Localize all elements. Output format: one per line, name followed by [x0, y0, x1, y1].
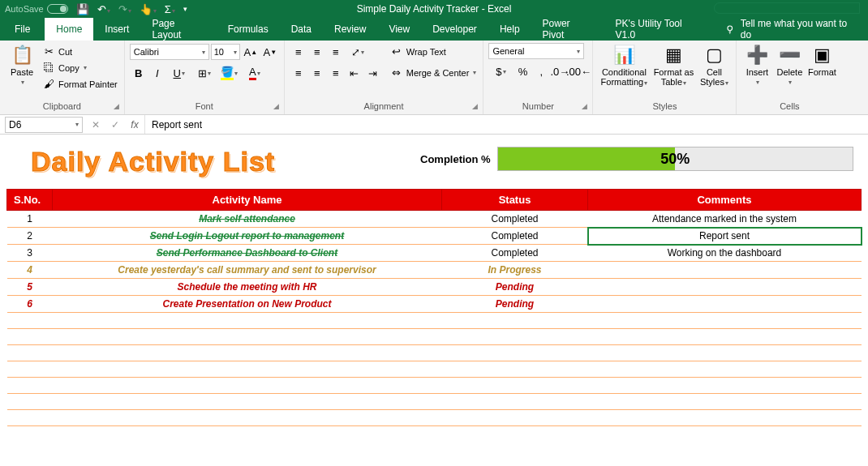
- font-size-dropdown[interactable]: 10▾: [211, 44, 240, 60]
- table-row[interactable]: 6Create Presentation on New ProductPendi…: [7, 296, 862, 313]
- align-center-icon[interactable]: ≡: [308, 64, 326, 82]
- undo-icon[interactable]: ↶▾: [97, 3, 110, 15]
- cell-n[interactable]: 1: [7, 211, 53, 228]
- table-row-blank[interactable]: [7, 410, 862, 426]
- tab-formulas[interactable]: Formulas: [217, 18, 280, 41]
- cell-blank[interactable]: [588, 378, 862, 394]
- tab-developer[interactable]: Developer: [421, 18, 488, 41]
- cell-n[interactable]: 3: [7, 245, 53, 262]
- tab-review[interactable]: Review: [323, 18, 377, 41]
- accounting-format-icon[interactable]: $▾: [488, 62, 513, 80]
- align-middle-icon[interactable]: ≡: [308, 43, 326, 61]
- cell-blank[interactable]: [53, 329, 442, 345]
- save-icon[interactable]: 💾: [76, 3, 89, 15]
- format-cells-button[interactable]: ▣Format: [806, 43, 837, 77]
- decrease-font-icon[interactable]: A▼: [261, 43, 279, 61]
- underline-button[interactable]: U▾: [167, 64, 191, 82]
- cell-activity[interactable]: Schedule the meeting with HR: [53, 279, 442, 296]
- cell-blank[interactable]: [442, 410, 588, 426]
- touch-mode-icon[interactable]: 👆▾: [140, 3, 157, 15]
- borders-button[interactable]: ⊞▾: [192, 64, 217, 82]
- align-top-icon[interactable]: ≡: [290, 43, 307, 61]
- bold-button[interactable]: B: [130, 64, 148, 82]
- cell-activity[interactable]: Mark self attendance: [53, 211, 442, 228]
- cell-blank[interactable]: [588, 361, 862, 378]
- cell-blank[interactable]: [588, 394, 862, 410]
- cell-blank[interactable]: [7, 378, 53, 394]
- align-bottom-icon[interactable]: ≡: [327, 43, 345, 61]
- qat-customize-icon[interactable]: ▾: [183, 5, 187, 13]
- header-sno[interactable]: S.No.: [7, 190, 53, 211]
- cell-blank[interactable]: [442, 394, 588, 410]
- italic-button[interactable]: I: [148, 64, 166, 82]
- comma-format-icon[interactable]: ,: [532, 62, 550, 80]
- cell-blank[interactable]: [7, 361, 53, 378]
- table-row[interactable]: 1Mark self attendanceCompletedAttendance…: [7, 211, 862, 228]
- toggle-off-icon[interactable]: [47, 4, 68, 14]
- cell-comments[interactable]: Working on the dashboard: [588, 245, 862, 262]
- cell-activity[interactable]: Create Presentation on New Product: [53, 296, 442, 313]
- cell-status[interactable]: Pending: [442, 296, 588, 313]
- autosave-toggle[interactable]: AutoSave: [5, 4, 68, 14]
- cut-button[interactable]: ✂Cut: [41, 45, 119, 58]
- cell-blank[interactable]: [588, 329, 862, 345]
- table-row[interactable]: 5Schedule the meeting with HRPending: [7, 279, 862, 296]
- tab-insert[interactable]: Insert: [93, 18, 140, 41]
- increase-font-icon[interactable]: A▲: [242, 43, 260, 61]
- wrap-text-button[interactable]: ↩Wrap Text: [389, 45, 479, 58]
- cell-comments[interactable]: [588, 279, 862, 296]
- align-left-icon[interactable]: ≡: [290, 64, 307, 82]
- table-row-blank[interactable]: [7, 313, 862, 329]
- autosum-icon[interactable]: Σ▾: [165, 3, 175, 15]
- cell-blank[interactable]: [53, 394, 442, 410]
- tab-home[interactable]: Home: [45, 18, 93, 41]
- tab-help[interactable]: Help: [488, 18, 531, 41]
- table-row-blank[interactable]: [7, 394, 862, 410]
- conditional-formatting-button[interactable]: 📊Conditional Formatting▾: [598, 43, 650, 88]
- increase-indent-icon[interactable]: ⇥: [364, 64, 382, 82]
- enter-icon[interactable]: ✓: [105, 119, 125, 130]
- percent-format-icon[interactable]: %: [513, 62, 531, 80]
- tab-file[interactable]: File: [0, 18, 45, 41]
- cell-activity[interactable]: Send Login Logout report to management: [53, 228, 442, 245]
- header-status[interactable]: Status: [442, 190, 588, 211]
- tell-me-search[interactable]: Tell me what you want to do: [713, 18, 868, 41]
- cell-n[interactable]: 6: [7, 296, 53, 313]
- dialog-launcher-icon[interactable]: ◢: [273, 102, 279, 110]
- header-comments[interactable]: Comments: [588, 190, 862, 211]
- dialog-launcher-icon[interactable]: ◢: [472, 102, 478, 110]
- table-row-blank[interactable]: [7, 329, 862, 345]
- cell-blank[interactable]: [53, 313, 442, 329]
- table-row[interactable]: 4Create yesterday's call summary and sen…: [7, 262, 862, 279]
- orientation-icon[interactable]: ⤢▾: [346, 43, 370, 61]
- cell-comments[interactable]: Report sent: [588, 228, 862, 245]
- formula-input[interactable]: Report sent: [144, 115, 868, 134]
- font-name-dropdown[interactable]: Calibri▾: [130, 44, 209, 60]
- table-row[interactable]: 3Send Performance Dashboard to ClientCom…: [7, 245, 862, 262]
- format-painter-button[interactable]: 🖌Format Painter: [41, 77, 119, 91]
- cell-blank[interactable]: [7, 313, 53, 329]
- copy-button[interactable]: ⿻Copy▾: [41, 61, 119, 75]
- cell-activity[interactable]: Create yesterday's call summary and sent…: [53, 262, 442, 279]
- merge-center-button[interactable]: ⇔Merge & Center▾: [389, 66, 479, 79]
- worksheet[interactable]: Daily Activity List Completion % 50% S.N…: [0, 135, 868, 426]
- cell-status[interactable]: Pending: [442, 279, 588, 296]
- cell-blank[interactable]: [53, 345, 442, 361]
- cell-styles-button[interactable]: ▢Cell Styles▾: [697, 43, 731, 88]
- cell-status[interactable]: Completed: [442, 245, 588, 262]
- cell-blank[interactable]: [588, 345, 862, 361]
- tab-page-layout[interactable]: Page Layout: [140, 18, 216, 41]
- cell-blank[interactable]: [7, 345, 53, 361]
- cell-n[interactable]: 4: [7, 262, 53, 279]
- cell-status[interactable]: Completed: [442, 228, 588, 245]
- align-right-icon[interactable]: ≡: [327, 64, 345, 82]
- tab-data[interactable]: Data: [280, 18, 323, 41]
- cell-blank[interactable]: [588, 410, 862, 426]
- cell-blank[interactable]: [442, 345, 588, 361]
- dialog-launcher-icon[interactable]: ◢: [114, 102, 119, 110]
- cell-blank[interactable]: [442, 329, 588, 345]
- cell-comments[interactable]: Attendance marked in the system: [588, 211, 862, 228]
- cell-activity[interactable]: Send Performance Dashboard to Client: [53, 245, 442, 262]
- table-row[interactable]: 2Send Login Logout report to managementC…: [7, 228, 862, 245]
- font-color-button[interactable]: A▾: [243, 64, 267, 82]
